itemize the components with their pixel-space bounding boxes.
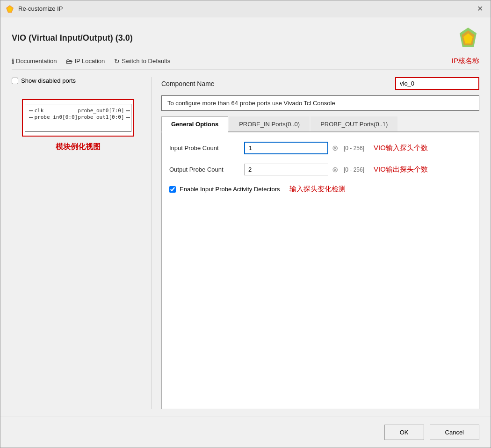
title-bar-left: Re-customize IP [5, 4, 63, 14]
connector-probe-in0 [29, 117, 33, 118]
dialog-window: Re-customize IP ✕ VIO (Virtual Input/Out… [0, 0, 491, 448]
output-probe-count-input[interactable] [244, 164, 328, 175]
input-probe-count-wrap: ⊗ [0 - 256] VIO输入探头个数 [244, 142, 428, 154]
tab-content: Input Probe Count ⊗ [0 - 256] VIO输入探头个数 … [161, 132, 479, 409]
tab-probe-in[interactable]: PROBE_IN Ports(0..0) [229, 116, 310, 131]
module-label: 模块例化视图 [56, 142, 101, 152]
ip-location-button[interactable]: 🗁 IP Location [66, 58, 105, 65]
tab-probe-out-label: PROBE_OUT Ports(0..1) [320, 121, 388, 128]
config-tabs: General Options PROBE_IN Ports(0..0) PRO… [161, 116, 479, 132]
show-disabled-checkbox[interactable] [12, 78, 18, 84]
info-banner: To configure more than 64 probe ports us… [161, 95, 479, 111]
input-probe-count-input[interactable] [244, 142, 328, 154]
input-probe-count-row: Input Probe Count ⊗ [0 - 256] VIO输入探头个数 [169, 142, 471, 154]
ports-left: clk probe_in0[0:0] [29, 107, 78, 121]
input-probe-range: [0 - 256] [344, 145, 364, 152]
output-probe-count-wrap: ⊗ [0 - 256] VIO输出探头个数 [244, 164, 428, 175]
ip-title: VIO (Virtual Input/Output) (3.0) [12, 33, 133, 43]
dialog-body: VIO (Virtual Input/Output) (3.0) ℹ Docum… [0, 17, 491, 417]
component-name-label: Component Name [161, 80, 215, 87]
activity-detectors-row: Enable Input Probe Activity Detectors 输入… [169, 185, 471, 194]
port-probe-out1-label: probe_out1[0:0] [78, 114, 124, 120]
connector-clk [29, 110, 33, 111]
module-inner: clk probe_in0[0:0] probe_out0 [25, 104, 131, 132]
info-icon: ℹ [12, 58, 14, 65]
module-box: clk probe_in0[0:0] probe_out0 [22, 99, 134, 137]
output-probe-count-label: Output Probe Count [169, 166, 244, 173]
main-content: Show disabled ports clk [12, 77, 479, 409]
input-probe-annotation: VIO输入探头个数 [374, 144, 428, 152]
module-ports: clk probe_in0[0:0] probe_out0 [29, 107, 127, 121]
component-name-row: Component Name [161, 77, 479, 90]
ip-location-label: IP Location [74, 58, 105, 65]
switch-defaults-label: Switch to Defaults [122, 58, 170, 65]
activity-detectors-label: Enable Input Probe Activity Detectors [180, 186, 280, 193]
port-probe-out1: probe_out1[0:0] [78, 114, 130, 120]
connector-probe-out0 [126, 110, 130, 111]
input-probe-count-label: Input Probe Count [169, 145, 244, 152]
activity-detectors-annotation: 输入探头变化检测 [289, 185, 346, 194]
documentation-label: Documentation [16, 58, 57, 65]
activity-detectors-checkbox[interactable] [169, 186, 176, 193]
tab-general-options[interactable]: General Options [161, 116, 228, 132]
toolbar: ℹ Documentation 🗁 IP Location ↻ Switch t… [12, 57, 479, 70]
window-title: Re-customize IP [18, 5, 63, 12]
documentation-button[interactable]: ℹ Documentation [12, 58, 57, 65]
output-probe-range: [0 - 256] [344, 166, 364, 173]
port-probe-out0: probe_out0[7:0] [78, 108, 130, 114]
show-disabled-ports-row: Show disabled ports [12, 77, 144, 84]
switch-defaults-button[interactable]: ↻ Switch to Defaults [114, 58, 170, 65]
tab-general-label: General Options [171, 121, 218, 128]
close-button[interactable]: ✕ [474, 3, 486, 14]
ports-right: probe_out0[7:0] probe_out1[0:0] [78, 107, 130, 121]
info-banner-text: To configure more than 64 probe ports us… [167, 100, 335, 107]
header-section: VIO (Virtual Input/Output) (3.0) [12, 27, 479, 49]
module-diagram-container: clk probe_in0[0:0] probe_out0 [12, 90, 144, 409]
output-probe-count-row: Output Probe Count ⊗ [0 - 256] VIO输出探头个数 [169, 164, 471, 175]
tab-probe-in-label: PROBE_IN Ports(0..0) [239, 121, 300, 128]
xilinx-logo [457, 27, 479, 49]
connector-probe-out1 [126, 117, 130, 118]
right-panel: Component Name To configure more than 64… [152, 77, 479, 409]
refresh-icon: ↻ [114, 58, 120, 65]
folder-icon: 🗁 [66, 58, 72, 65]
ok-button[interactable]: OK [384, 425, 424, 440]
footer: OK Cancel [0, 417, 491, 448]
output-probe-annotation: VIO输出探头个数 [374, 165, 428, 174]
component-name-input[interactable] [395, 77, 479, 90]
port-clk: clk [29, 108, 78, 114]
port-clk-label: clk [35, 108, 44, 114]
cancel-button[interactable]: Cancel [430, 425, 479, 440]
ip-name-annotation: IP核名称 [452, 57, 479, 65]
output-probe-clear-btn[interactable]: ⊗ [332, 165, 338, 174]
tab-probe-out[interactable]: PROBE_OUT Ports(0..1) [310, 116, 397, 131]
port-probe-in0-label: probe_in0[0:0] [35, 114, 78, 120]
show-disabled-label: Show disabled ports [21, 77, 76, 84]
title-bar: Re-customize IP ✕ [0, 0, 491, 17]
left-panel: Show disabled ports clk [12, 77, 152, 409]
input-probe-clear-btn[interactable]: ⊗ [332, 144, 338, 152]
port-probe-in0: probe_in0[0:0] [29, 114, 78, 120]
app-icon [5, 4, 14, 14]
port-probe-out0-label: probe_out0[7:0] [78, 108, 124, 114]
